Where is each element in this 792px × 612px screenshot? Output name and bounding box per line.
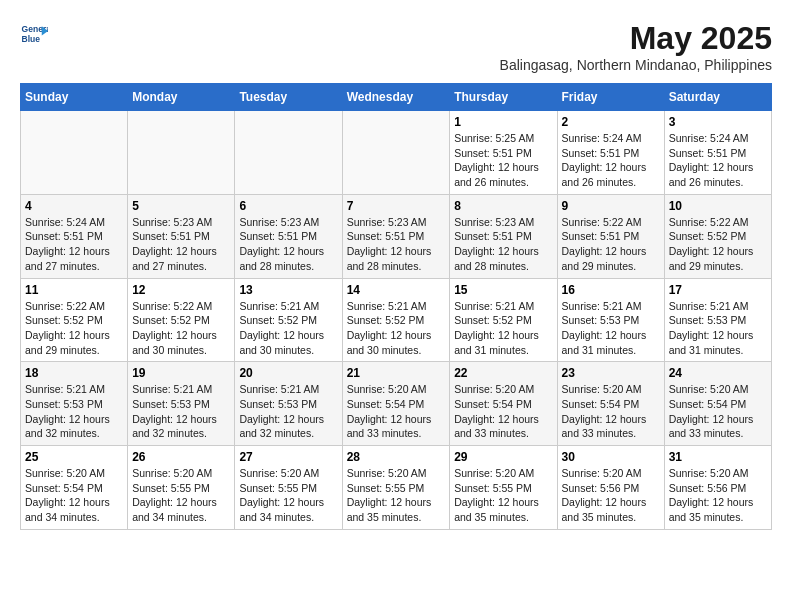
day-info: Sunrise: 5:23 AM Sunset: 5:51 PM Dayligh… [132,215,230,274]
day-info: Sunrise: 5:22 AM Sunset: 5:52 PM Dayligh… [132,299,230,358]
day-info: Sunrise: 5:21 AM Sunset: 5:53 PM Dayligh… [25,382,123,441]
weekday-header-tuesday: Tuesday [235,84,342,111]
day-number: 20 [239,366,337,380]
day-info: Sunrise: 5:20 AM Sunset: 5:55 PM Dayligh… [239,466,337,525]
day-number: 28 [347,450,446,464]
day-number: 22 [454,366,552,380]
weekday-header-wednesday: Wednesday [342,84,450,111]
day-number: 4 [25,199,123,213]
day-number: 13 [239,283,337,297]
calendar-cell: 13Sunrise: 5:21 AM Sunset: 5:52 PM Dayli… [235,278,342,362]
day-number: 23 [562,366,660,380]
logo: General Blue [20,20,48,48]
calendar-cell: 25Sunrise: 5:20 AM Sunset: 5:54 PM Dayli… [21,446,128,530]
weekday-header-friday: Friday [557,84,664,111]
calendar-cell: 15Sunrise: 5:21 AM Sunset: 5:52 PM Dayli… [450,278,557,362]
weekday-header-saturday: Saturday [664,84,771,111]
day-info: Sunrise: 5:21 AM Sunset: 5:53 PM Dayligh… [239,382,337,441]
day-info: Sunrise: 5:24 AM Sunset: 5:51 PM Dayligh… [25,215,123,274]
day-number: 16 [562,283,660,297]
calendar-cell: 7Sunrise: 5:23 AM Sunset: 5:51 PM Daylig… [342,194,450,278]
day-number: 29 [454,450,552,464]
calendar-cell [21,111,128,195]
day-number: 12 [132,283,230,297]
calendar-table: SundayMondayTuesdayWednesdayThursdayFrid… [20,83,772,530]
day-info: Sunrise: 5:21 AM Sunset: 5:53 PM Dayligh… [562,299,660,358]
day-number: 17 [669,283,767,297]
day-info: Sunrise: 5:21 AM Sunset: 5:52 PM Dayligh… [347,299,446,358]
day-info: Sunrise: 5:20 AM Sunset: 5:54 PM Dayligh… [347,382,446,441]
day-number: 19 [132,366,230,380]
calendar-cell: 29Sunrise: 5:20 AM Sunset: 5:55 PM Dayli… [450,446,557,530]
calendar-header-row: SundayMondayTuesdayWednesdayThursdayFrid… [21,84,772,111]
calendar-cell: 20Sunrise: 5:21 AM Sunset: 5:53 PM Dayli… [235,362,342,446]
calendar-cell: 5Sunrise: 5:23 AM Sunset: 5:51 PM Daylig… [128,194,235,278]
calendar-cell: 24Sunrise: 5:20 AM Sunset: 5:54 PM Dayli… [664,362,771,446]
day-info: Sunrise: 5:21 AM Sunset: 5:52 PM Dayligh… [239,299,337,358]
day-number: 7 [347,199,446,213]
calendar-cell: 9Sunrise: 5:22 AM Sunset: 5:51 PM Daylig… [557,194,664,278]
day-info: Sunrise: 5:20 AM Sunset: 5:54 PM Dayligh… [669,382,767,441]
day-info: Sunrise: 5:21 AM Sunset: 5:52 PM Dayligh… [454,299,552,358]
calendar-week-row: 1Sunrise: 5:25 AM Sunset: 5:51 PM Daylig… [21,111,772,195]
day-number: 24 [669,366,767,380]
calendar-week-row: 4Sunrise: 5:24 AM Sunset: 5:51 PM Daylig… [21,194,772,278]
day-info: Sunrise: 5:22 AM Sunset: 5:51 PM Dayligh… [562,215,660,274]
calendar-week-row: 11Sunrise: 5:22 AM Sunset: 5:52 PM Dayli… [21,278,772,362]
calendar-cell: 12Sunrise: 5:22 AM Sunset: 5:52 PM Dayli… [128,278,235,362]
day-info: Sunrise: 5:20 AM Sunset: 5:54 PM Dayligh… [562,382,660,441]
day-number: 18 [25,366,123,380]
day-number: 14 [347,283,446,297]
calendar-cell: 30Sunrise: 5:20 AM Sunset: 5:56 PM Dayli… [557,446,664,530]
day-number: 21 [347,366,446,380]
day-number: 26 [132,450,230,464]
calendar-cell [342,111,450,195]
day-number: 31 [669,450,767,464]
day-info: Sunrise: 5:20 AM Sunset: 5:55 PM Dayligh… [347,466,446,525]
calendar-cell: 27Sunrise: 5:20 AM Sunset: 5:55 PM Dayli… [235,446,342,530]
title-block: May 2025 Balingasag, Northern Mindanao, … [500,20,772,73]
day-info: Sunrise: 5:23 AM Sunset: 5:51 PM Dayligh… [454,215,552,274]
day-info: Sunrise: 5:21 AM Sunset: 5:53 PM Dayligh… [132,382,230,441]
calendar-cell: 2Sunrise: 5:24 AM Sunset: 5:51 PM Daylig… [557,111,664,195]
day-info: Sunrise: 5:24 AM Sunset: 5:51 PM Dayligh… [669,131,767,190]
calendar-cell: 1Sunrise: 5:25 AM Sunset: 5:51 PM Daylig… [450,111,557,195]
day-number: 1 [454,115,552,129]
day-info: Sunrise: 5:24 AM Sunset: 5:51 PM Dayligh… [562,131,660,190]
day-number: 30 [562,450,660,464]
day-info: Sunrise: 5:20 AM Sunset: 5:54 PM Dayligh… [454,382,552,441]
calendar-cell: 16Sunrise: 5:21 AM Sunset: 5:53 PM Dayli… [557,278,664,362]
day-info: Sunrise: 5:20 AM Sunset: 5:55 PM Dayligh… [132,466,230,525]
calendar-cell: 18Sunrise: 5:21 AM Sunset: 5:53 PM Dayli… [21,362,128,446]
day-info: Sunrise: 5:20 AM Sunset: 5:54 PM Dayligh… [25,466,123,525]
day-number: 27 [239,450,337,464]
calendar-cell: 21Sunrise: 5:20 AM Sunset: 5:54 PM Dayli… [342,362,450,446]
calendar-week-row: 25Sunrise: 5:20 AM Sunset: 5:54 PM Dayli… [21,446,772,530]
calendar-cell: 26Sunrise: 5:20 AM Sunset: 5:55 PM Dayli… [128,446,235,530]
calendar-cell: 17Sunrise: 5:21 AM Sunset: 5:53 PM Dayli… [664,278,771,362]
calendar-cell: 28Sunrise: 5:20 AM Sunset: 5:55 PM Dayli… [342,446,450,530]
location-subtitle: Balingasag, Northern Mindanao, Philippin… [500,57,772,73]
calendar-cell [128,111,235,195]
day-info: Sunrise: 5:20 AM Sunset: 5:56 PM Dayligh… [669,466,767,525]
calendar-cell: 22Sunrise: 5:20 AM Sunset: 5:54 PM Dayli… [450,362,557,446]
day-info: Sunrise: 5:22 AM Sunset: 5:52 PM Dayligh… [669,215,767,274]
calendar-cell: 10Sunrise: 5:22 AM Sunset: 5:52 PM Dayli… [664,194,771,278]
day-info: Sunrise: 5:21 AM Sunset: 5:53 PM Dayligh… [669,299,767,358]
calendar-cell: 14Sunrise: 5:21 AM Sunset: 5:52 PM Dayli… [342,278,450,362]
weekday-header-monday: Monday [128,84,235,111]
calendar-cell [235,111,342,195]
calendar-cell: 11Sunrise: 5:22 AM Sunset: 5:52 PM Dayli… [21,278,128,362]
day-info: Sunrise: 5:20 AM Sunset: 5:56 PM Dayligh… [562,466,660,525]
svg-text:Blue: Blue [22,34,41,44]
weekday-header-thursday: Thursday [450,84,557,111]
day-info: Sunrise: 5:20 AM Sunset: 5:55 PM Dayligh… [454,466,552,525]
calendar-cell: 4Sunrise: 5:24 AM Sunset: 5:51 PM Daylig… [21,194,128,278]
day-info: Sunrise: 5:23 AM Sunset: 5:51 PM Dayligh… [347,215,446,274]
day-number: 5 [132,199,230,213]
day-number: 8 [454,199,552,213]
weekday-header-sunday: Sunday [21,84,128,111]
day-number: 25 [25,450,123,464]
month-year-title: May 2025 [500,20,772,57]
day-info: Sunrise: 5:25 AM Sunset: 5:51 PM Dayligh… [454,131,552,190]
